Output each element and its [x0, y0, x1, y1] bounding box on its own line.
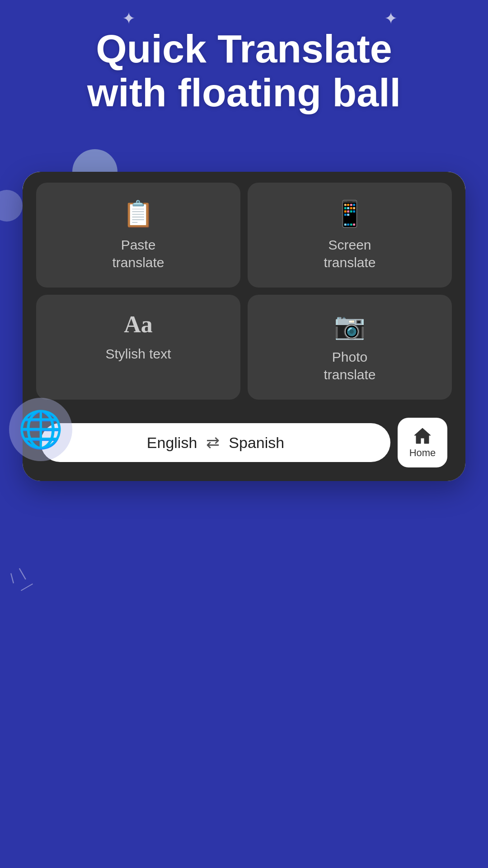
- globe-icon: 🌐: [9, 398, 72, 461]
- bottom-source-lang: English: [147, 434, 197, 452]
- paste-translate-button[interactable]: 📋 Paste translate: [36, 183, 240, 288]
- stylish-text-label: Stylish text: [105, 345, 171, 363]
- home-label: Home: [409, 447, 436, 459]
- action-grid: 📋 Paste translate 📱 Screen translate Aa …: [36, 183, 452, 400]
- home-button[interactable]: Home: [398, 418, 447, 467]
- language-pill[interactable]: English ⇄ Spanish: [41, 423, 390, 462]
- bottom-bar: English ⇄ Spanish Home: [36, 409, 452, 481]
- dark-popup: 1 Translate ✕ 📋 Paste translate 📱 Screen…: [23, 172, 465, 481]
- app-card: ☰ 1 Translate + 100 Recognition Language…: [23, 172, 465, 481]
- screen-translate-label: Screen translate: [324, 236, 375, 271]
- deco-lines: / | —: [9, 565, 34, 597]
- screen-translate-button[interactable]: 📱 Screen translate: [248, 183, 452, 288]
- photo-translate-button[interactable]: 📷 Photo translate: [248, 295, 452, 400]
- photo-icon: 📷: [334, 311, 366, 341]
- stylish-text-button[interactable]: Aa Stylish text: [36, 295, 240, 400]
- bottom-target-lang: Spanish: [229, 434, 284, 452]
- home-icon: [413, 426, 432, 444]
- sparkle-decoration-topleft: ✦: [122, 9, 136, 28]
- screen-icon: 📱: [334, 199, 366, 229]
- sparkle-decoration-topright: ✦: [384, 9, 398, 28]
- paste-icon: 📋: [122, 199, 154, 229]
- hero-title: Quick Translate with floating ball: [0, 27, 488, 115]
- paste-translate-label: Paste translate: [112, 236, 164, 271]
- stylish-text-icon: Aa: [124, 311, 153, 338]
- bottom-swap-icon: ⇄: [206, 433, 220, 452]
- photo-translate-label: Photo translate: [324, 348, 375, 383]
- svg-marker-0: [414, 428, 431, 443]
